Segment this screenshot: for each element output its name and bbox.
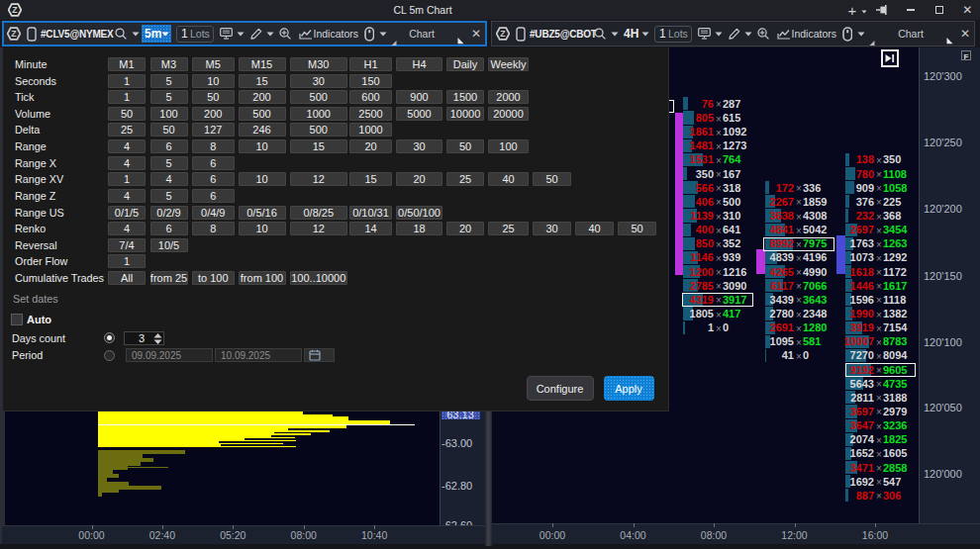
svg-text:Z: Z (12, 5, 18, 15)
svg-text:Z: Z (500, 29, 506, 39)
svg-text:Z: Z (11, 29, 17, 39)
